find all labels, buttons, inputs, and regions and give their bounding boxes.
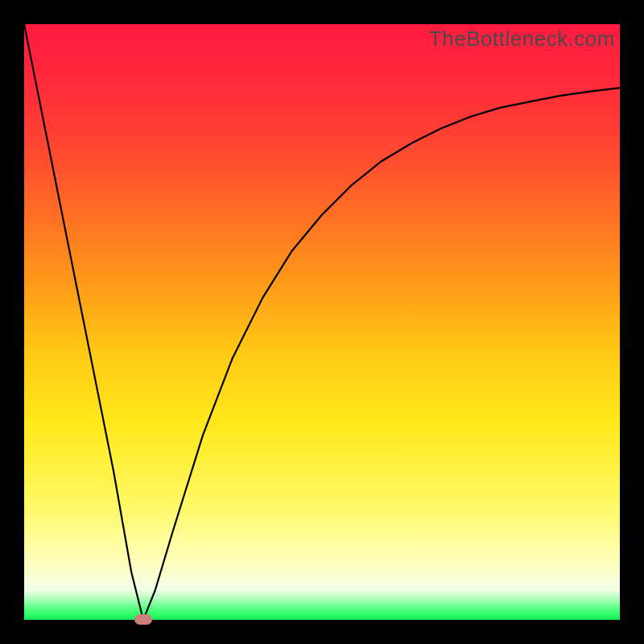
curve-path [24, 24, 620, 620]
bottleneck-curve [24, 24, 620, 620]
plot-area: TheBottleneck.com [24, 24, 620, 620]
optimum-marker [134, 614, 152, 625]
chart-frame: TheBottleneck.com [0, 0, 644, 644]
